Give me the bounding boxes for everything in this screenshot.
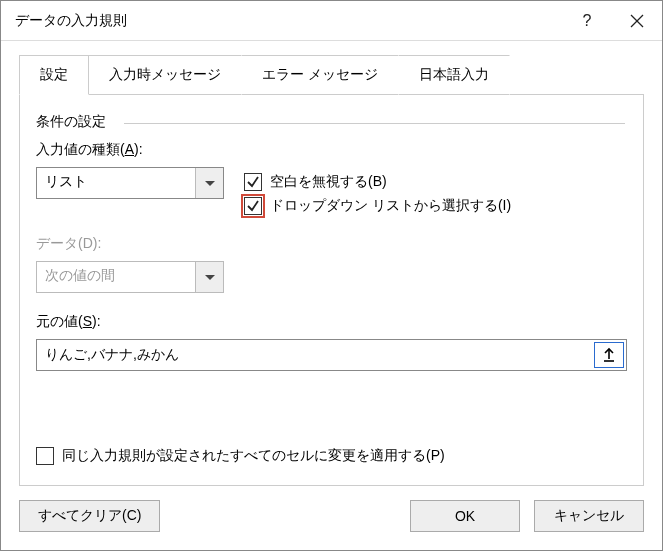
allow-select-toggle[interactable] <box>195 168 223 198</box>
tab-ime-mode[interactable]: 日本語入力 <box>398 55 510 95</box>
dialog-content: 設定 入力時メッセージ エラー メッセージ 日本語入力 条件の設定 入力値の種類… <box>1 41 662 550</box>
source-input-wrap <box>36 339 627 371</box>
apply-all-label: 同じ入力規則が設定されたすべてのセルに変更を適用する(P) <box>62 447 445 465</box>
help-button[interactable]: ? <box>562 1 612 41</box>
chevron-down-icon <box>205 275 215 280</box>
allow-select[interactable]: リスト <box>36 167 224 199</box>
tab-strip: 設定 入力時メッセージ エラー メッセージ 日本語入力 <box>19 55 644 95</box>
tab-input-message[interactable]: 入力時メッセージ <box>88 55 242 95</box>
dialog-footer: すべてクリア(C) OK キャンセル <box>19 486 644 532</box>
close-button[interactable] <box>612 1 662 41</box>
window-title: データの入力規則 <box>15 12 562 30</box>
tab-settings[interactable]: 設定 <box>19 55 89 95</box>
clear-all-button[interactable]: すべてクリア(C) <box>19 500 160 532</box>
dialog-window: データの入力規則 ? 設定 入力時メッセージ エラー メッセージ 日本語入力 条… <box>0 0 663 551</box>
close-icon <box>630 14 644 28</box>
chevron-down-icon <box>205 181 215 186</box>
data-select: 次の値の間 <box>36 261 224 293</box>
tab-body: 条件の設定 入力値の種類(A): リスト <box>19 95 644 486</box>
in-cell-dropdown-checkbox[interactable]: ドロップダウン リストから選択する(I) <box>244 197 511 215</box>
tab-error-alert[interactable]: エラー メッセージ <box>241 55 399 95</box>
checkbox-box <box>36 447 54 465</box>
data-label: データ(D): <box>36 235 627 253</box>
source-input[interactable] <box>37 340 592 370</box>
check-icon <box>246 199 260 213</box>
ignore-blank-checkbox[interactable]: 空白を無視する(B) <box>244 173 511 191</box>
check-icon <box>246 175 260 189</box>
in-cell-dropdown-label: ドロップダウン リストから選択する(I) <box>270 197 511 215</box>
ok-button[interactable]: OK <box>410 500 520 532</box>
allow-label: 入力値の種類(A): <box>36 141 244 159</box>
apply-all-checkbox[interactable]: 同じ入力規則が設定されたすべてのセルに変更を適用する(P) <box>36 447 445 465</box>
checkbox-box <box>244 197 262 215</box>
range-picker-button[interactable] <box>594 342 624 368</box>
data-select-toggle <box>195 262 223 292</box>
fieldset-legend: 条件の設定 <box>36 113 627 131</box>
range-picker-icon <box>602 347 616 363</box>
checkbox-box <box>244 173 262 191</box>
cancel-button[interactable]: キャンセル <box>534 500 644 532</box>
titlebar: データの入力規則 ? <box>1 1 662 41</box>
source-label: 元の値(S): <box>36 313 627 331</box>
ignore-blank-label: 空白を無視する(B) <box>270 173 387 191</box>
